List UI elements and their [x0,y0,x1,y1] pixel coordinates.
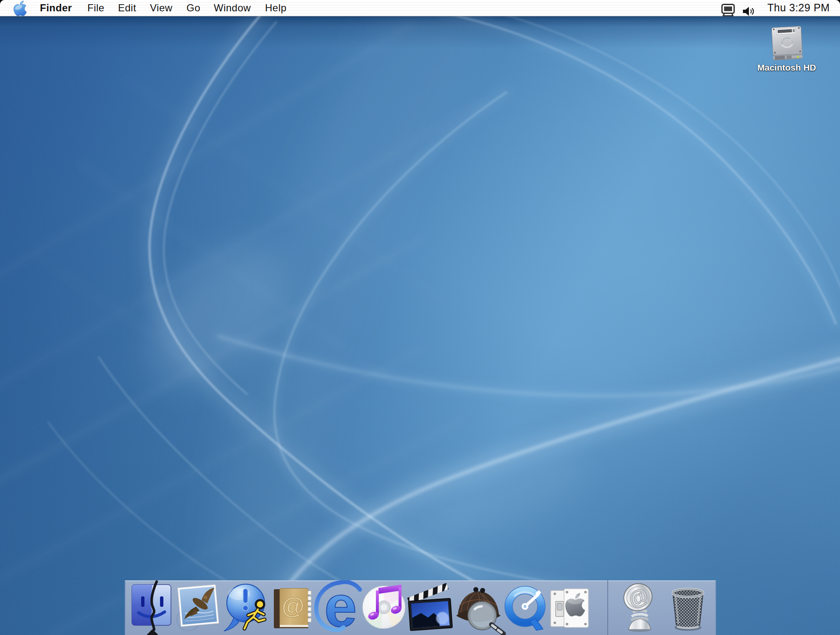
svg-text:@: @ [281,593,305,619]
